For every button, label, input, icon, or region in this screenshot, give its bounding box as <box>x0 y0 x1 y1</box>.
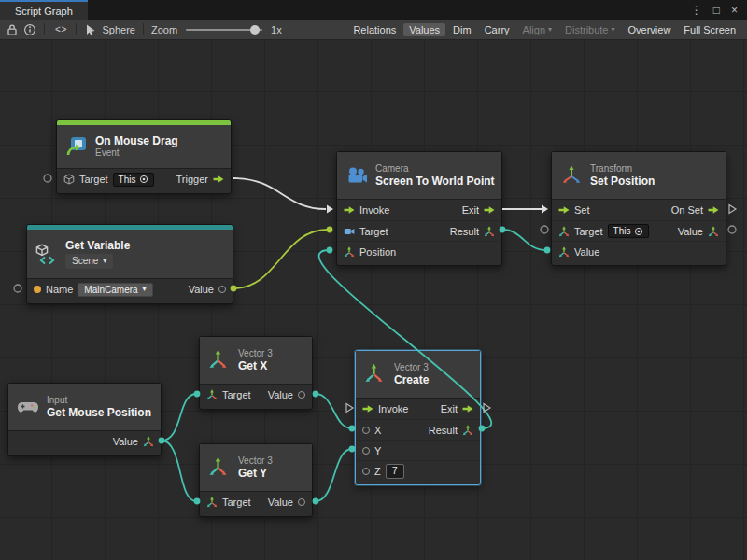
tab-bar: Script Graph ⋮ □ × <box>0 0 747 20</box>
node-get-mouse-position[interactable]: Input Get Mouse Position Value <box>7 383 162 456</box>
align-button[interactable]: Align ▾ <box>517 23 557 36</box>
selected-object-label[interactable]: Sphere <box>102 24 134 35</box>
zoom-value: 1x <box>271 24 282 35</box>
float-port-icon[interactable] <box>362 427 370 434</box>
dim-button[interactable]: Dim <box>447 23 477 36</box>
port-label-target: Target <box>222 389 251 400</box>
control-port-icon[interactable] <box>213 174 224 185</box>
node-set-position[interactable]: Transform Set Position Set On Set Target… <box>551 151 726 266</box>
control-port-icon[interactable] <box>344 204 355 216</box>
transform-port-icon[interactable] <box>558 226 570 237</box>
port-row: Position <box>337 241 501 261</box>
control-port-icon[interactable] <box>462 403 473 414</box>
vector3-port-icon[interactable] <box>462 425 473 436</box>
node-get-y[interactable]: Vector 3 Get Y Target Value <box>199 443 313 517</box>
control-port-icon[interactable] <box>558 204 570 216</box>
port-label-position: Position <box>359 246 396 258</box>
port-row: Y <box>356 440 480 460</box>
port-row: Target This Trigger <box>57 169 231 189</box>
port-row: Invoke Exit <box>356 399 480 419</box>
gameobject-port-icon[interactable] <box>63 174 75 185</box>
node-get-variable[interactable]: Get Variable Scene ▾ Name MainCamera ▾ V… <box>26 224 233 304</box>
float-port-icon[interactable] <box>298 391 305 399</box>
distribute-button[interactable]: Distribute ▾ <box>559 23 620 36</box>
node-screen-to-world-point[interactable]: Camera Screen To World Point Invoke Exit… <box>336 151 502 266</box>
vector3-port-icon[interactable] <box>708 226 719 237</box>
port-label-trigger: Trigger <box>176 174 208 185</box>
node-header[interactable]: Transform Set Position <box>552 152 726 199</box>
port-label-target: Target <box>359 226 388 237</box>
variable-kind-value: Scene <box>72 256 98 267</box>
value-port-icon[interactable] <box>218 286 226 293</box>
string-port-icon[interactable] <box>34 286 41 293</box>
target-picker-icon[interactable] <box>139 175 148 184</box>
get-variable-icon <box>35 243 58 265</box>
vector3-port-icon[interactable] <box>143 436 154 447</box>
node-header[interactable]: Input Get Mouse Position <box>8 384 161 430</box>
node-title: Get Y <box>238 467 273 480</box>
vector3-port-icon[interactable] <box>558 246 570 258</box>
port-row: X Result <box>356 419 480 440</box>
control-port-icon[interactable] <box>708 204 719 216</box>
node-title: Set Position <box>590 175 655 188</box>
node-get-x[interactable]: Vector 3 Get X Target Value <box>199 336 313 410</box>
close-icon[interactable]: × <box>731 4 738 17</box>
zoom-slider[interactable] <box>186 29 262 31</box>
port-row: Value <box>552 241 726 261</box>
port-label-value-out: Value <box>678 226 703 237</box>
node-header[interactable]: Vector 3 Get X <box>200 337 312 384</box>
vector3-port-icon[interactable] <box>206 497 218 508</box>
float-port-icon[interactable] <box>362 468 370 475</box>
control-port-icon[interactable] <box>484 204 495 216</box>
node-header[interactable]: Camera Screen To World Point <box>337 152 501 199</box>
port-label-exit: Exit <box>441 403 458 414</box>
target-picker-icon[interactable] <box>634 227 643 236</box>
port-label-target: Target <box>79 174 108 185</box>
node-header[interactable]: Vector 3 Create <box>356 351 480 398</box>
maximize-icon[interactable]: □ <box>713 4 720 17</box>
full-screen-button[interactable]: Full Screen <box>678 23 741 36</box>
node-title: Screen To World Point <box>375 175 493 188</box>
overview-button[interactable]: Overview <box>623 23 677 36</box>
vector3-port-icon[interactable] <box>344 246 355 258</box>
variable-kind-dropdown[interactable]: Scene ▾ <box>65 254 113 269</box>
port-label-value: Value <box>268 389 293 400</box>
carry-button[interactable]: Carry <box>479 23 515 36</box>
zoom-slider-handle[interactable] <box>250 25 260 35</box>
port-row: Target Value <box>200 385 312 405</box>
node-category: Camera <box>375 163 493 175</box>
port-row: Target Value <box>200 492 312 512</box>
chevron-down-icon: ▾ <box>143 286 147 293</box>
node-header[interactable]: Vector 3 Get Y <box>200 444 312 491</box>
port-label-value-in: Value <box>574 246 599 258</box>
node-on-mouse-drag[interactable]: On Mouse Drag Event Target This Trigger <box>56 119 232 194</box>
port-row: Target This Value <box>552 220 726 241</box>
port-label-value: Value <box>268 497 293 508</box>
port-label-invoke: Invoke <box>359 204 389 216</box>
lock-icon[interactable] <box>6 23 19 36</box>
this-chip[interactable]: This <box>113 173 155 187</box>
port-label-exit: Exit <box>462 204 479 216</box>
info-icon[interactable] <box>23 23 36 36</box>
kebab-menu-icon[interactable]: ⋮ <box>691 4 702 17</box>
vector3-port-icon[interactable] <box>484 226 495 237</box>
variable-name-dropdown[interactable]: MainCamera ▾ <box>78 283 152 297</box>
node-header[interactable]: Get Variable Scene ▾ <box>27 230 233 278</box>
tab-script-graph[interactable]: Script Graph <box>0 0 88 20</box>
values-button[interactable]: Values <box>403 23 445 36</box>
chevron-down-icon: ▾ <box>548 26 552 34</box>
vector3-port-icon[interactable] <box>206 389 218 400</box>
float-port-icon[interactable] <box>298 498 305 506</box>
node-vector3-create[interactable]: Vector 3 Create Invoke Exit X Result <box>355 350 481 485</box>
graph-toolbar: < > Sphere Zoom 1x Relations Values Dim … <box>0 20 747 40</box>
code-view-icon[interactable]: < > <box>52 24 68 35</box>
this-chip[interactable]: This <box>608 224 650 238</box>
camera-port-icon[interactable] <box>344 226 355 237</box>
z-value-field[interactable]: 7 <box>386 464 404 479</box>
gamepad-icon <box>17 396 39 418</box>
control-port-icon[interactable] <box>362 403 374 414</box>
align-label: Align <box>523 24 545 35</box>
node-header[interactable]: On Mouse Drag Event <box>57 125 231 168</box>
relations-button[interactable]: Relations <box>347 23 402 36</box>
float-port-icon[interactable] <box>362 447 370 455</box>
